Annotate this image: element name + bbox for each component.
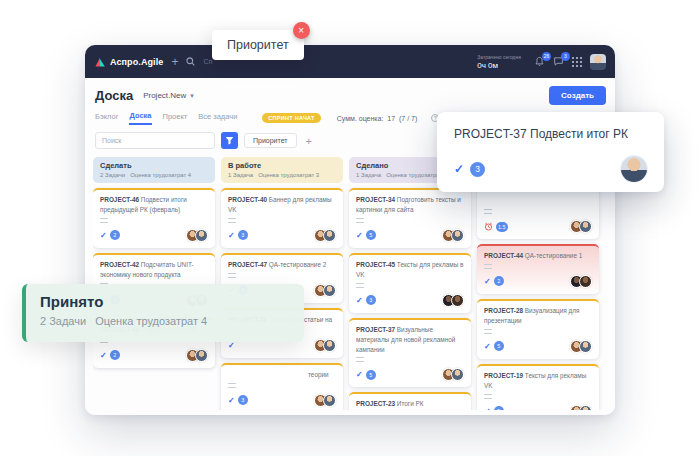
check-icon: ✓ xyxy=(484,342,491,351)
card-status: ✓2 xyxy=(100,230,120,240)
assignee-avatar xyxy=(621,156,647,182)
task-title: PROJECT-47 QA-тестирование 2 xyxy=(228,260,336,270)
accepted-stats: 2 Задачи Оценка трудозатрат 4 xyxy=(40,315,290,327)
page-title: Доска xyxy=(95,88,133,103)
column-header[interactable]: Сделать2 Задачи Оценка трудозатрат 4 xyxy=(93,157,215,183)
apps-grid-icon[interactable] xyxy=(572,57,582,67)
task-card[interactable]: PROJECT-40 Баннер для рекламы VK✓3 xyxy=(221,188,343,248)
create-button[interactable]: Создать xyxy=(549,86,606,105)
task-title: PROJECT-44 QA-тестирование 1 xyxy=(484,251,592,261)
tab-project[interactable]: Проект xyxy=(163,112,188,124)
task-title: PROJECT-34 Подготовить тексты и картинки… xyxy=(356,195,464,215)
avatar xyxy=(323,394,336,407)
assignee-avatars xyxy=(574,275,592,288)
messages-button[interactable]: 3 xyxy=(553,56,564,67)
time-tracker-label: Затрачено сегодня xyxy=(477,54,521,60)
description-icon xyxy=(484,209,492,214)
card-footer: ✓5 xyxy=(356,229,464,242)
app-logo[interactable]: Аспро.Agile xyxy=(94,56,163,68)
search-input[interactable] xyxy=(95,132,215,149)
task-id: PROJECT-19 xyxy=(484,372,525,379)
alarm-icon xyxy=(484,222,493,231)
tab-all-tasks[interactable]: Все задачи xyxy=(198,112,237,124)
estimate-badge: 5 xyxy=(366,230,376,240)
task-card[interactable]: PROJECT-44 QA-тестирование 1✓2 xyxy=(477,244,599,294)
estimate-badge: 3 xyxy=(470,162,485,177)
check-icon: ✓ xyxy=(100,231,107,240)
column-stats: 2 Задачи Оценка трудозатрат 4 xyxy=(100,172,208,178)
priority-tooltip-label: Приоритет xyxy=(227,38,289,52)
card-status: ✓3 xyxy=(356,295,376,305)
task-card[interactable]: PROJECT-46 Подвести итоги предыдущей РК … xyxy=(93,188,215,248)
user-avatar[interactable] xyxy=(590,54,606,70)
task-id: PROJECT-45 xyxy=(356,261,397,268)
messages-badge: 3 xyxy=(561,52,570,61)
task-card[interactable]: PROJECT-34 Подготовить тексты и картинки… xyxy=(349,188,471,248)
assignee-avatars xyxy=(318,394,336,407)
task-id: PROJECT-34 xyxy=(356,196,397,203)
chevron-down-icon: ▾ xyxy=(190,92,194,100)
card-footer: ✓3 xyxy=(228,229,336,242)
assignee-avatars xyxy=(318,339,336,352)
card-footer: ✓3 xyxy=(356,294,464,307)
task-card[interactable]: PROJECT-45 Тексты для рекламы в VK✓3 xyxy=(349,253,471,313)
assignee-avatars xyxy=(574,220,592,233)
project-selector[interactable]: Project.New ▾ xyxy=(143,91,194,100)
task-card[interactable]: PROJECT-23 Итоги РК✓6 xyxy=(349,392,471,410)
task-card[interactable]: теории✓3 xyxy=(221,363,343,410)
tab-backlog[interactable]: Бэклог xyxy=(95,112,118,124)
avatar xyxy=(195,349,208,362)
column-title: В работе xyxy=(228,161,336,170)
task-card[interactable]: PROJECT-37 Визуальные материалы для ново… xyxy=(349,318,471,388)
assignee-avatars xyxy=(446,229,464,242)
task-hover-card[interactable]: PROJECT-37 Подвести итог РК ✓ 3 xyxy=(437,112,664,192)
avatar xyxy=(323,284,336,297)
check-icon: ✓ xyxy=(356,370,363,379)
priority-filter-chip[interactable]: Приоритет xyxy=(244,133,297,148)
task-title: PROJECT-37 Визуальные материалы для ново… xyxy=(356,325,464,355)
assignee-avatars xyxy=(574,405,592,410)
card-footer: ✓2 xyxy=(100,349,208,362)
card-status: ✓5 xyxy=(484,341,504,351)
estimate-badge: 2 xyxy=(494,276,504,286)
card-status: ✓3 xyxy=(228,395,248,405)
check-icon: ✓ xyxy=(100,351,107,360)
check-icon: ✓ xyxy=(228,231,235,240)
task-hover-footer: ✓ 3 xyxy=(454,156,647,182)
check-icon: ✓ xyxy=(228,341,235,350)
description-icon xyxy=(228,383,236,388)
task-name: теории xyxy=(308,371,329,378)
tab-board[interactable]: Доска xyxy=(129,111,151,125)
accepted-column-drag-header[interactable]: Принято 2 Задачи Оценка трудозатрат 4 xyxy=(22,284,304,342)
avatar xyxy=(579,275,592,288)
task-card[interactable]: PROJECT-19 Тексты для рекламы VK✓5 xyxy=(477,364,599,410)
card-footer: ✓5 xyxy=(484,340,592,353)
assignee-avatars xyxy=(318,284,336,297)
search-icon[interactable] xyxy=(186,57,195,66)
task-id: PROJECT-42 xyxy=(100,261,141,268)
column-header[interactable]: В работе1 Задача Оценка трудозатрат 3 xyxy=(221,157,343,183)
close-button[interactable]: × xyxy=(293,22,310,39)
task-name: Итоги РК xyxy=(397,400,424,407)
estimate-badge: 2 xyxy=(110,350,120,360)
task-card[interactable]: PROJECT-28 Визуализация для презентации✓… xyxy=(477,299,599,359)
notifications-badge: 26 xyxy=(542,52,551,61)
avatar xyxy=(195,229,208,242)
estimate-badge: 3 xyxy=(366,295,376,305)
time-tracker[interactable]: Затрачено сегодня 0ч 0м xyxy=(477,54,521,70)
avatar xyxy=(579,405,592,410)
filter-button[interactable] xyxy=(221,132,238,149)
avatar xyxy=(451,368,464,381)
avatar xyxy=(579,220,592,233)
assignee-avatars xyxy=(446,368,464,381)
add-filter-button[interactable]: + xyxy=(303,135,315,147)
avatar xyxy=(451,229,464,242)
task-id: PROJECT-23 xyxy=(356,400,397,407)
description-icon xyxy=(356,357,364,362)
description-icon xyxy=(228,218,236,223)
notifications-button[interactable]: 26 xyxy=(534,56,545,67)
add-icon[interactable]: + xyxy=(171,56,178,68)
kanban-column: Сделано1 Задача Оценка трудозатратPROJEC… xyxy=(349,157,471,410)
task-card[interactable]: 1.5 xyxy=(477,188,599,239)
card-status: ✓5 xyxy=(356,370,376,380)
